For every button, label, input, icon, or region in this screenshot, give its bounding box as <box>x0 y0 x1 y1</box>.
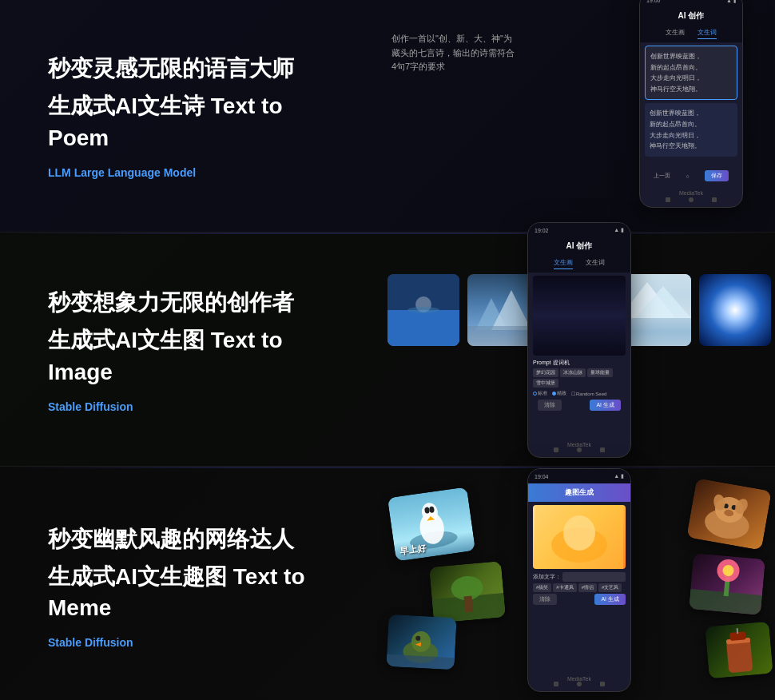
phone-poem: 19:00 ▲ ▮ AI 创作 文生画 文生词 创新世界映蓝图，新的起点昂首向。… <box>639 0 743 208</box>
meme-preview <box>533 505 626 569</box>
poem-title-en: 生成式AI文生诗 Text to Poem <box>48 90 336 153</box>
nav3-recent[interactable] <box>600 682 605 686</box>
radio-fine <box>552 392 556 396</box>
nav2-home[interactable] <box>577 447 582 452</box>
meme-card-4 <box>686 478 772 550</box>
section-meme: 秒变幽默风趣的网络达人 生成式AI文生趣图 Text to Meme Stabl… <box>0 468 775 700</box>
btn-generate-image[interactable]: AI 生成 <box>590 400 621 411</box>
phone-title: AI 创作 <box>640 7 742 25</box>
nav-home[interactable] <box>689 197 694 202</box>
phone-status-bar-3: 19:04 ▲ ▮ <box>528 469 630 483</box>
meme-title-cn: 秒变幽默风趣的网络达人 <box>48 523 336 555</box>
nav2-back[interactable] <box>554 447 558 452</box>
meme-text-input[interactable] <box>562 572 626 582</box>
meme-tag: Stable Diffusion <box>48 636 336 649</box>
tab2-wenhua[interactable]: 文生画 <box>554 258 573 269</box>
svg-rect-1 <box>388 310 459 346</box>
action-row: 清除 AI 生成 <box>538 400 621 411</box>
poem-output-area: 创新世界映蓝图，新的起点昂首向。大步走向光明日，神马行空天地翔。 <box>645 103 737 156</box>
svg-point-27 <box>563 515 595 551</box>
phone-nav <box>640 196 742 204</box>
btn-generate-meme[interactable]: AI 生成 <box>594 594 626 605</box>
prompt-section: Prompt 提词机 梦幻花园 冰冻山脉 量球能量 雪中城堡 标准 精致 <box>533 359 626 411</box>
btn-prev[interactable]: 上一页 <box>654 172 670 180</box>
meme-card-1: 早上好 <box>388 487 475 561</box>
prompt-tags: 梦幻花园 冰冻山脉 量球能量 雪中城堡 <box>533 368 626 388</box>
style-cartoon[interactable]: #卡通风 <box>553 583 576 592</box>
section-poem-text: 秒变灵感无限的语言大师 生成式AI文生诗 Text to Poem LLM La… <box>0 21 384 211</box>
phone-tabs: 文生画 文生词 <box>640 25 742 42</box>
style-couple[interactable]: #情侣 <box>578 583 597 592</box>
phone-brand-poem: MediaTek <box>640 190 742 196</box>
tab2-wenci[interactable]: 文生词 <box>586 258 605 269</box>
phone-status-bar: 19:00 ▲ ▮ <box>640 0 742 7</box>
status-icons-3: ▲ ▮ <box>614 473 624 479</box>
status-icons-2: ▲ ▮ <box>614 227 624 233</box>
meme-duck-svg <box>386 614 456 670</box>
style-art[interactable]: #文艺风 <box>598 583 622 592</box>
thumb-left-1 <box>388 274 459 346</box>
section-meme-text: 秒变幽默风趣的网络达人 生成式AI文生趣图 Text to Meme Stabl… <box>0 491 384 682</box>
svg-rect-19 <box>463 596 473 613</box>
image-visuals: 19:02 ▲ ▮ AI 创作 文生画 文生词 Prompt 提词机 梦幻花园 <box>384 234 775 466</box>
section-poem: 秒变灵感无限的语言大师 生成式AI文生诗 Text to Poem LLM La… <box>0 0 775 233</box>
phone-status-bar-2: 19:02 ▲ ▮ <box>528 223 630 237</box>
nav-recent[interactable] <box>712 197 717 202</box>
section-image-text: 秒变想象力无限的创作者 生成式AI文生图 Text to Image Stabl… <box>0 255 384 445</box>
style-funny[interactable]: #搞笑 <box>533 583 551 592</box>
prompt-options: 标准 精致 ☐ Random Seed <box>533 390 626 397</box>
meme-title-bar: 趣图生成 <box>528 483 630 502</box>
nav2-recent[interactable] <box>600 447 605 452</box>
meme-title-en: 生成式AI文生趣图 Text to Meme <box>48 561 336 623</box>
meme-card-5 <box>689 553 765 615</box>
btn-save[interactable]: 保存 <box>705 170 729 181</box>
prev-icon: ○ <box>686 173 689 179</box>
meme-dog-svg <box>686 478 772 550</box>
meme-card-6 <box>705 622 773 679</box>
tab-wenhua[interactable]: 文生画 <box>666 28 685 39</box>
svg-line-42 <box>737 628 738 634</box>
phone-title-2: AI 创作 <box>528 237 630 255</box>
tab-wenci[interactable]: 文生词 <box>698 28 717 39</box>
svg-rect-24 <box>386 654 455 670</box>
opt-fine[interactable]: 精致 <box>552 390 566 397</box>
meme-card-2 <box>429 561 506 623</box>
poem-input-area[interactable]: 创新世界映蓝图，新的起点昂首向。大步走向光明日，神马行空天地翔。 <box>645 46 737 100</box>
btn-clear-meme[interactable]: 清除 <box>533 594 557 605</box>
nav3-home[interactable] <box>577 682 582 686</box>
svg-rect-39 <box>726 639 753 673</box>
opt-random[interactable]: ☐ Random Seed <box>571 391 606 396</box>
image-title-cn: 秒变想象力无限的创作者 <box>48 287 336 318</box>
image-preview <box>533 276 626 356</box>
tag-castle[interactable]: 雪中城堡 <box>533 379 558 388</box>
meme-card-3 <box>386 614 456 670</box>
battery-icon: ▮ <box>733 0 736 3</box>
radio-standard <box>533 392 537 396</box>
tag-garden[interactable]: 梦幻花园 <box>533 368 558 377</box>
meme-input-row: 添加文字： <box>533 572 626 582</box>
tag-energy[interactable]: 量球能量 <box>587 368 613 377</box>
nav3-back[interactable] <box>554 682 558 686</box>
scene-svg-1 <box>388 274 459 346</box>
poem-visuals: 创作一首以"创、新、大、神"为藏头的七言诗，输出的诗需符合4句7字的要求 19:… <box>384 0 775 232</box>
opt-standard[interactable]: 标准 <box>533 390 547 397</box>
meme-preview-svg <box>533 505 626 569</box>
poem-prompt-text: 创作一首以"创、新、大、神"为藏头的七言诗，输出的诗需符合4句7字的要求 <box>391 32 519 74</box>
meme-action-row: 清除 AI 生成 <box>533 594 626 605</box>
phone-nav-3 <box>528 680 630 688</box>
btn-clear-image[interactable]: 清除 <box>538 400 562 411</box>
phone-image: 19:02 ▲ ▮ AI 创作 文生画 文生词 Prompt 提词机 梦幻花园 <box>527 222 631 458</box>
phone-nav-2 <box>528 446 630 454</box>
meme-drink-svg <box>705 622 773 679</box>
phone-tabs-2: 文生画 文生词 <box>528 255 630 272</box>
status-icons: ▲ ▮ <box>726 0 736 3</box>
nav-back[interactable] <box>666 197 670 202</box>
meme-nature-svg <box>429 561 506 623</box>
poem-tag: LLM Large Language Model <box>48 166 336 179</box>
phone-bottom-bar: 上一页 ○ 保存 <box>640 167 742 185</box>
image-tag: Stable Diffusion <box>48 400 336 413</box>
svg-point-3 <box>407 307 439 313</box>
section-image: 秒变想象力无限的创作者 生成式AI文生图 Text to Image Stabl… <box>0 234 775 467</box>
meme-visuals: 早上好 <box>384 468 775 700</box>
tag-mountain[interactable]: 冰冻山脉 <box>560 368 586 377</box>
